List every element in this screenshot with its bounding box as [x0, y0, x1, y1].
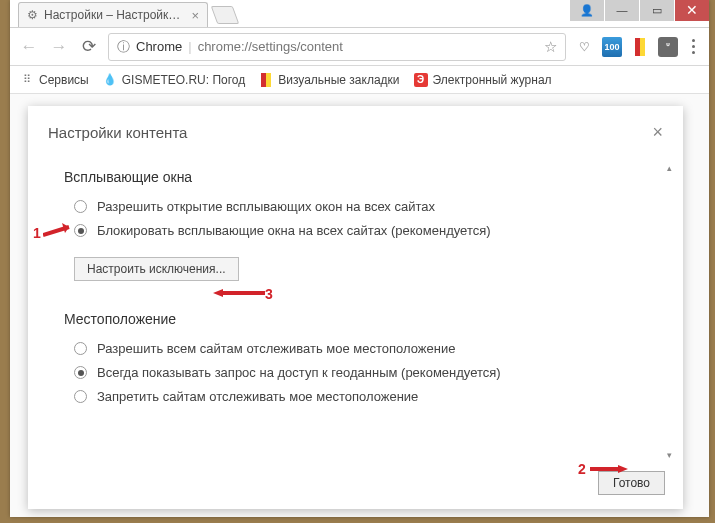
- popups-block-option[interactable]: Блокировать всплывающие окна на всех сай…: [74, 223, 661, 238]
- reload-button[interactable]: ⟳: [78, 36, 100, 58]
- address-bar[interactable]: ⓘ Chrome | chrome://settings/content ☆: [108, 33, 566, 61]
- location-heading: Местоположение: [64, 311, 661, 327]
- location-ask-label: Всегда показывать запрос на доступ к гео…: [97, 365, 501, 380]
- popups-heading: Всплывающие окна: [64, 169, 661, 185]
- exceptions-button[interactable]: Настроить исключения...: [74, 257, 239, 281]
- apps-icon: ⠿: [20, 73, 34, 87]
- browser-window: ⚙ Настройки – Настройки… × 👤 — ▭ ✕ ← → ⟳…: [10, 0, 709, 517]
- location-allow-label: Разрешить всем сайтам отслеживать мое ме…: [97, 341, 455, 356]
- scroll-up-icon[interactable]: ▴: [663, 162, 675, 174]
- extension-bookmark-icon[interactable]: [630, 37, 650, 57]
- content-area: Настройки контента × Всплывающие окна Ра…: [10, 94, 709, 517]
- new-tab-button[interactable]: [211, 6, 240, 24]
- annotation-1: 1: [33, 225, 41, 241]
- gear-icon: ⚙: [27, 8, 38, 22]
- bookmark-apps[interactable]: ⠿ Сервисы: [20, 73, 89, 87]
- omnibox-brand: Chrome: [136, 39, 182, 54]
- window-close-button[interactable]: ✕: [675, 0, 709, 21]
- tab-close-icon[interactable]: ×: [191, 8, 199, 23]
- bookmark-star-icon[interactable]: ☆: [544, 38, 557, 56]
- bookmark-icon: [259, 73, 273, 87]
- location-deny-option[interactable]: Запретить сайтам отслеживать мое местопо…: [74, 389, 661, 404]
- journal-icon: Э: [414, 73, 428, 87]
- bookmarks-bar: ⠿ Сервисы 💧 GISMETEO.RU: Погод Визуальны…: [10, 66, 709, 94]
- content-settings-dialog: Настройки контента × Всплывающие окна Ра…: [28, 106, 683, 509]
- dialog-body: Всплывающие окна Разрешить открытие вспл…: [28, 153, 683, 463]
- radio-icon: [74, 342, 87, 355]
- radio-selected-icon: [74, 366, 87, 379]
- bookmark-ej[interactable]: Э Электронный журнал: [414, 73, 552, 87]
- location-allow-option[interactable]: Разрешить всем сайтам отслеживать мое ме…: [74, 341, 661, 356]
- user-icon[interactable]: 👤: [570, 0, 604, 21]
- dialog-close-button[interactable]: ×: [652, 122, 663, 143]
- info-icon: ⓘ: [117, 38, 130, 56]
- window-controls: 👤 — ▭ ✕: [570, 0, 709, 21]
- radio-icon: [74, 200, 87, 213]
- done-button[interactable]: Готово: [598, 471, 665, 495]
- back-button[interactable]: ←: [18, 36, 40, 58]
- popups-block-label: Блокировать всплывающие окна на всех сай…: [97, 223, 491, 238]
- omnibox-url: chrome://settings/content: [198, 39, 538, 54]
- forward-button[interactable]: →: [48, 36, 70, 58]
- location-ask-option[interactable]: Всегда показывать запрос на доступ к гео…: [74, 365, 661, 380]
- dialog-scrollbar[interactable]: ▴ ▾: [663, 162, 675, 461]
- annotation-2: 2: [578, 461, 586, 477]
- minimize-button[interactable]: —: [605, 0, 639, 21]
- title-bar: ⚙ Настройки – Настройки… × 👤 — ▭ ✕: [10, 0, 709, 28]
- annotation-3: 3: [265, 286, 273, 302]
- location-deny-label: Запретить сайтам отслеживать мое местопо…: [97, 389, 418, 404]
- radio-icon: [74, 390, 87, 403]
- radio-selected-icon: [74, 224, 87, 237]
- extension-ublock-icon[interactable]: ᐡ: [658, 37, 678, 57]
- menu-button[interactable]: [686, 39, 701, 54]
- popups-allow-label: Разрешить открытие всплывающих окон на в…: [97, 199, 435, 214]
- toolbar: ← → ⟳ ⓘ Chrome | chrome://settings/conte…: [10, 28, 709, 66]
- bookmark-yandex[interactable]: Визуальные закладки: [259, 73, 399, 87]
- maximize-button[interactable]: ▭: [640, 0, 674, 21]
- tab-title: Настройки – Настройки…: [44, 8, 185, 22]
- shield-icon[interactable]: ♡: [574, 37, 594, 57]
- bookmark-gismeteo[interactable]: 💧 GISMETEO.RU: Погод: [103, 73, 246, 87]
- scroll-down-icon[interactable]: ▾: [663, 449, 675, 461]
- browser-tab[interactable]: ⚙ Настройки – Настройки… ×: [18, 2, 208, 27]
- popups-allow-option[interactable]: Разрешить открытие всплывающих окон на в…: [74, 199, 661, 214]
- extension-search-icon[interactable]: 100: [602, 37, 622, 57]
- dialog-title: Настройки контента: [48, 124, 187, 141]
- droplet-icon: 💧: [103, 73, 117, 87]
